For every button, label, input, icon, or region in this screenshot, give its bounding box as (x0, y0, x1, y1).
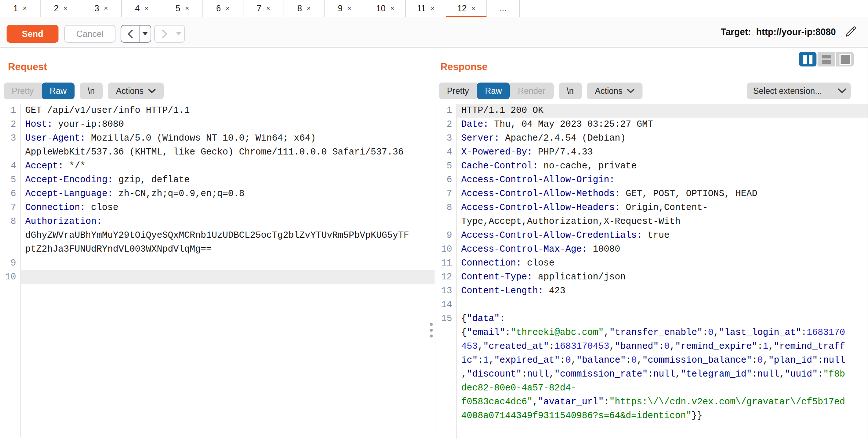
response-panel-title: Response (440, 61, 488, 73)
view-tab-label: Pretty (447, 86, 469, 96)
line-content: Connection: close (456, 256, 868, 270)
repeater-tab-2[interactable]: 2× (41, 0, 81, 17)
back-history-dropdown[interactable] (140, 26, 151, 42)
line-number: 2 (436, 118, 456, 131)
tab-close-icon[interactable]: × (104, 4, 108, 12)
view-tab-raw[interactable]: Raw (42, 83, 75, 99)
repeater-tab-4[interactable]: 4× (122, 0, 162, 17)
target-display: Target: http://your-ip:8080 (721, 17, 857, 47)
request-toolbar: PrettyRaw\nActions (4, 83, 435, 99)
line-number: 9 (436, 229, 456, 243)
repeater-tab-1[interactable]: 1× (0, 0, 41, 17)
line-content: User-Agent: Mozilla/5.0 (Windows NT 10.0… (20, 131, 435, 159)
code-line: 9Access-Control-Allow-Credentials: true (436, 229, 868, 243)
view-tab-label: Pretty (12, 86, 34, 96)
view-tab-n[interactable]: \n (80, 83, 103, 99)
tab-label: 7 (257, 4, 262, 14)
view-tab-pretty[interactable]: Pretty (4, 83, 42, 99)
code-line: 11Connection: close (436, 256, 868, 270)
tab-close-icon[interactable]: × (225, 4, 230, 12)
code-line: 5Cache-Control: no-cache, private (436, 159, 868, 173)
tab-close-icon[interactable]: × (23, 4, 27, 12)
layout-switcher (799, 52, 854, 66)
request-editor[interactable]: 1GET /api/v1/user/info HTTP/1.12Host: yo… (0, 104, 435, 437)
line-content: Cache-Control: no-cache, private (456, 159, 868, 173)
line-content: Access-Control-Max-Age: 10080 (456, 243, 868, 256)
code-line: 6Access-Control-Allow-Origin: (436, 173, 868, 187)
new-tab-overflow[interactable]: ... (487, 0, 520, 17)
repeater-tab-7[interactable]: 7× (243, 0, 284, 17)
line-content: Content-Type: application/json (456, 270, 868, 284)
line-content: Content-Length: 423 (456, 284, 868, 298)
repeater-tab-6[interactable]: 6× (203, 0, 243, 17)
repeater-tab-5[interactable]: 5× (162, 0, 203, 17)
rows-layout-icon (822, 55, 831, 64)
tab-close-icon[interactable]: × (347, 4, 351, 12)
edit-target-icon[interactable] (844, 25, 857, 38)
code-line: 6Accept-Language: zh-CN,zh;q=0.9,en;q=0.… (0, 187, 435, 201)
repeater-tab-3[interactable]: 3× (81, 0, 122, 17)
tab-label: 3 (95, 4, 99, 14)
tab-close-icon[interactable]: × (471, 4, 475, 12)
line-content: Accept-Encoding: gzip, deflate (20, 173, 435, 187)
back-button[interactable] (121, 26, 139, 42)
view-tab-n[interactable]: \n (559, 83, 582, 99)
repeater-tab-9[interactable]: 9× (325, 0, 365, 17)
tab-close-icon[interactable]: × (431, 4, 435, 12)
repeater-tab-10[interactable]: 10× (365, 0, 406, 17)
view-tab-render[interactable]: Render (510, 83, 553, 99)
tab-close-icon[interactable]: × (266, 4, 270, 12)
tab-close-icon[interactable]: × (144, 4, 148, 12)
extension-dropdown[interactable]: Select extension... (747, 83, 851, 99)
tab-close-icon[interactable]: × (63, 4, 67, 12)
chevron-right-icon (160, 29, 168, 39)
repeater-tab-11[interactable]: 11× (406, 0, 446, 17)
tab-close-icon[interactable]: × (390, 4, 394, 12)
send-button[interactable]: Send (7, 25, 58, 43)
code-line: 7Access-Control-Allow-Methods: GET, POST… (436, 187, 868, 201)
view-tab-pretty[interactable]: Pretty (439, 83, 477, 99)
tab-label: 12 (457, 4, 467, 14)
line-content: Server: Apache/2.4.54 (Debian) (456, 131, 868, 145)
back-button-group (121, 25, 151, 43)
view-tab-actions[interactable]: Actions (108, 83, 163, 99)
view-tab-actions[interactable]: Actions (587, 83, 643, 99)
line-content: X-Powered-By: PHP/7.4.33 (456, 145, 868, 159)
repeater-tab-8[interactable]: 8× (284, 0, 325, 17)
code-line: 13Content-Length: 423 (436, 284, 868, 298)
tab-close-icon[interactable]: × (307, 4, 311, 12)
rows-layout-button[interactable] (818, 52, 835, 66)
target-label: Target: (721, 27, 751, 37)
pane-divider-handle[interactable] (430, 323, 433, 337)
forward-button[interactable] (155, 26, 173, 42)
columns-layout-button[interactable] (799, 52, 816, 66)
columns-layout-icon (803, 55, 812, 64)
code-line: 1HTTP/1.1 200 OK (436, 104, 868, 118)
repeater-tab-bar: 1×2×3×4×5×6×7×8×9×10×11×12×... (0, 0, 868, 18)
toolbar: Send Cancel Target: http://your-ip:8080 (0, 17, 868, 47)
code-line: 5Accept-Encoding: gzip, deflate (0, 173, 435, 187)
tab-close-icon[interactable]: × (185, 4, 189, 12)
view-tab-raw[interactable]: Raw (477, 83, 510, 99)
code-line: 1GET /api/v1/user/info HTTP/1.1 (0, 104, 435, 118)
code-line: 7Connection: close (0, 201, 435, 215)
tab-label: 1 (14, 4, 18, 14)
chevron-down-icon (833, 88, 851, 94)
line-content: Authorization: dGhyZWVraUBhYmMuY29tOiQye… (20, 215, 435, 256)
forward-history-dropdown[interactable] (173, 26, 184, 42)
code-line: 10 (0, 270, 435, 284)
repeater-tab-12[interactable]: 12× (446, 0, 487, 17)
request-panel: Request PrettyRaw\nActions 1GET /api/v1/… (0, 47, 435, 437)
single-layout-icon (839, 54, 851, 65)
single-layout-button[interactable] (836, 52, 854, 66)
line-number: 13 (436, 284, 456, 298)
cancel-button[interactable]: Cancel (64, 25, 115, 43)
response-editor[interactable]: 1HTTP/1.1 200 OK2Date: Thu, 04 May 2023 … (436, 104, 868, 439)
line-content: Accept-Language: zh-CN,zh;q=0.9,en;q=0.8 (20, 187, 435, 201)
code-line: 4X-Powered-By: PHP/7.4.33 (436, 145, 868, 159)
line-number: 5 (436, 159, 456, 173)
line-number: 9 (0, 256, 20, 270)
line-number: 5 (0, 173, 20, 187)
line-number: 10 (0, 270, 20, 284)
chevron-down-icon (627, 89, 634, 93)
